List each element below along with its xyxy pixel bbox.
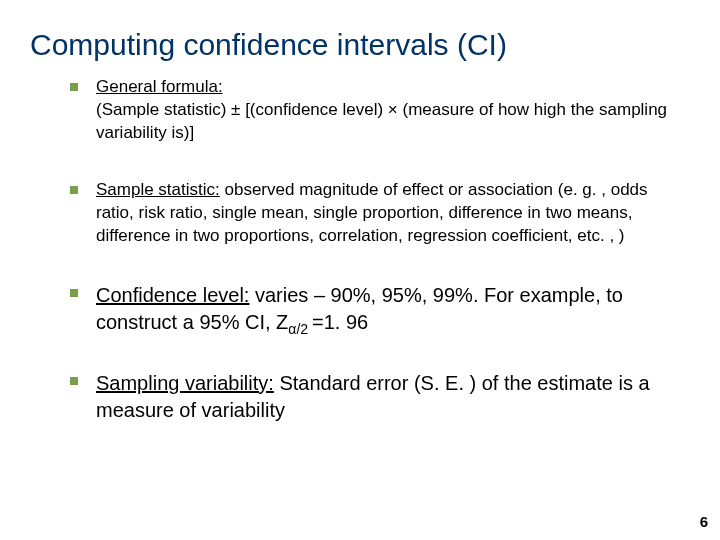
- bullet-list: General formula: (Sample statistic) ± [(…: [30, 76, 680, 424]
- bullet-label: General formula:: [96, 77, 223, 96]
- z-subscript: α/2: [288, 321, 312, 337]
- bullet-confidence-level: Confidence level: varies – 90%, 95%, 99%…: [70, 282, 680, 336]
- bullet-label: Sampling variability:: [96, 372, 274, 394]
- bullet-label: Sample statistic:: [96, 180, 220, 199]
- bullet-sample-statistic: Sample statistic: observed magnitude of …: [70, 179, 680, 248]
- slide: Computing confidence intervals (CI) Gene…: [0, 0, 720, 540]
- page-number: 6: [700, 513, 708, 530]
- bullet-label: Confidence level:: [96, 284, 249, 306]
- slide-title: Computing confidence intervals (CI): [30, 28, 680, 62]
- bullet-general-formula: General formula: (Sample statistic) ± [(…: [70, 76, 680, 145]
- bullet-body: (Sample statistic) ± [(confidence level)…: [96, 100, 667, 142]
- bullet-body-b: =1. 96: [312, 311, 368, 333]
- bullet-sampling-variability: Sampling variability: Standard error (S.…: [70, 370, 680, 424]
